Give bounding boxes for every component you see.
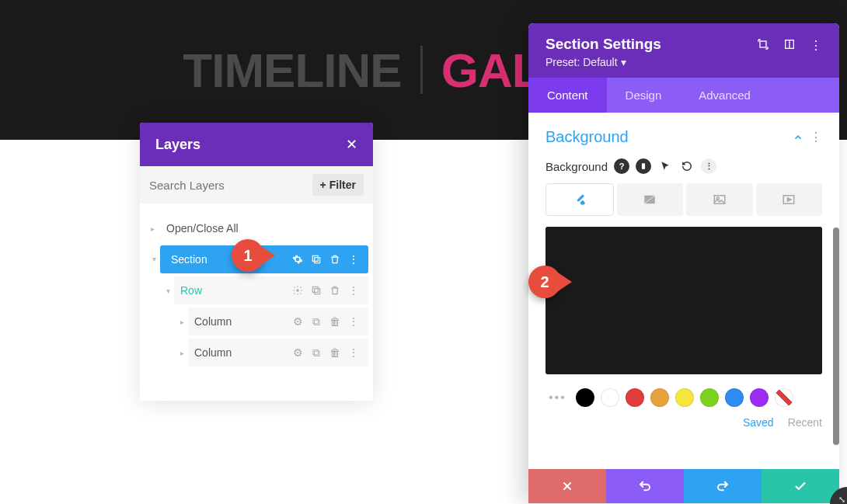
hero-timeline-text: TIMELINE [183,43,401,98]
layers-searchbar: + Filter [140,166,373,203]
duplicate-icon[interactable] [309,252,323,266]
layers-header: Layers ✕ [140,123,373,166]
swatch-green[interactable] [700,388,719,407]
swatch-blue[interactable] [725,388,744,407]
kebab-icon[interactable]: ⋮ [347,283,361,297]
chevron-down-icon[interactable]: ▾ [160,287,176,295]
background-type-tabs [545,183,822,216]
close-icon[interactable]: ✕ [346,136,357,153]
cursor-icon[interactable] [657,158,673,174]
swatch-none[interactable] [775,388,793,407]
svg-rect-1 [312,255,318,261]
open-close-label: Open/Close All [160,222,373,235]
settings-tabs: Content Design Advanced [528,78,839,113]
background-preview[interactable] [545,227,822,374]
svg-rect-4 [312,287,318,292]
layers-title: Layers [155,137,200,153]
bg-image-tab[interactable] [686,183,753,216]
saved-tab[interactable]: Saved [743,416,774,429]
save-button[interactable] [762,469,839,503]
swatch-orange[interactable] [650,388,669,407]
bg-gradient-tab[interactable] [617,183,684,216]
trash-icon[interactable] [328,252,342,266]
tree-row-row[interactable]: ▾ Row ⋮ [174,276,368,304]
duplicate-icon[interactable]: ⧉ [309,315,323,328]
kebab-icon[interactable]: ⋮ [347,315,361,328]
section-actions: ⋮ [291,252,368,266]
background-section-title: Background [545,128,629,146]
column-label: Column [188,346,291,359]
swatch-red[interactable] [626,388,644,407]
chevron-down-icon[interactable]: ▾ [146,255,162,263]
trash-icon[interactable] [328,283,342,297]
tree-column-row[interactable]: ▸ Column ⚙ ⧉ 🗑 ⋮ [188,339,368,367]
hero-divider [420,46,423,94]
filter-button[interactable]: + Filter [312,174,364,196]
swatch-white[interactable] [601,388,619,407]
swatch-black[interactable] [576,388,594,407]
kebab-icon[interactable]: ⋮ [347,346,361,360]
column-actions: ⚙ ⧉ 🗑 ⋮ [291,315,368,328]
open-close-all-row[interactable]: ▸ Open/Close All [140,214,373,242]
layers-tree: ▸ Open/Close All ▾ Section ⋮ ▾ Row ⋮ [140,203,373,401]
search-input[interactable] [149,179,306,192]
phone-icon[interactable] [636,158,651,174]
kebab-icon[interactable]: ⋮ [347,252,361,266]
redo-button[interactable] [684,469,762,503]
scrollbar[interactable] [833,228,839,445]
duplicate-icon[interactable] [309,283,323,297]
settings-footer [528,469,839,503]
more-colors-icon[interactable]: ••• [545,391,570,405]
tree-column-row[interactable]: ▸ Column ⚙ ⧉ 🗑 ⋮ [188,308,368,335]
column-actions: ⚙ ⧉ 🗑 ⋮ [291,346,368,360]
chevron-up-icon[interactable] [793,132,803,143]
kebab-icon[interactable]: ⋮ [810,38,822,50]
background-label: Background [545,160,608,173]
svg-rect-8 [642,163,645,169]
row-actions: ⋮ [291,283,368,297]
swatch-yellow[interactable] [675,388,694,407]
bg-color-tab[interactable] [545,183,614,216]
duplicate-icon[interactable]: ⧉ [309,346,323,360]
expand-icon[interactable] [757,38,769,50]
callout-1: 1 [232,239,264,272]
svg-rect-3 [315,289,320,294]
svg-point-2 [296,289,299,292]
help-icon[interactable]: ? [614,158,629,174]
background-option-row: Background ? ⋮ [545,158,822,174]
preset-dropdown[interactable]: Preset: Default ▾ [545,56,822,68]
row-label: Row [174,284,291,297]
settings-body: Background ⋮ Background ? ⋮ ••• [528,113,839,469]
preset-label: Preset: Default [545,56,618,68]
gear-icon[interactable]: ⚙ [291,315,305,328]
tab-advanced[interactable]: Advanced [680,78,769,113]
gear-icon[interactable]: ⚙ [291,346,305,360]
caret-down-icon: ▾ [621,56,626,68]
snap-icon[interactable] [783,38,796,50]
tab-content[interactable]: Content [528,78,607,113]
trash-icon[interactable]: 🗑 [328,315,342,328]
reset-icon[interactable] [679,158,695,174]
settings-header-icons: ⋮ [757,38,822,50]
chevron-right-icon[interactable]: ▸ [174,318,190,326]
settings-title: Section Settings [545,36,661,53]
trash-icon[interactable]: 🗑 [328,346,342,360]
gear-icon[interactable] [291,283,305,297]
kebab-icon[interactable]: ⋮ [701,158,716,174]
callout-2-number: 2 [540,273,549,291]
swatch-purple[interactable] [750,388,769,407]
chevron-right-icon[interactable]: ▸ [145,224,160,233]
recent-tab[interactable]: Recent [788,416,822,429]
saved-recent-tabs: Saved Recent [545,416,822,429]
filter-label: Filter [329,179,356,191]
undo-button[interactable] [606,469,684,503]
gear-icon[interactable] [291,252,305,266]
chevron-right-icon[interactable]: ▸ [174,349,190,357]
cancel-button[interactable] [528,469,606,503]
bg-video-tab[interactable] [756,183,823,216]
svg-rect-5 [760,41,766,47]
settings-header: Section Settings ⋮ Preset: Default ▾ [528,23,839,78]
kebab-icon[interactable]: ⋮ [810,130,822,144]
tab-design[interactable]: Design [607,78,681,113]
color-swatch-row: ••• [545,388,822,407]
